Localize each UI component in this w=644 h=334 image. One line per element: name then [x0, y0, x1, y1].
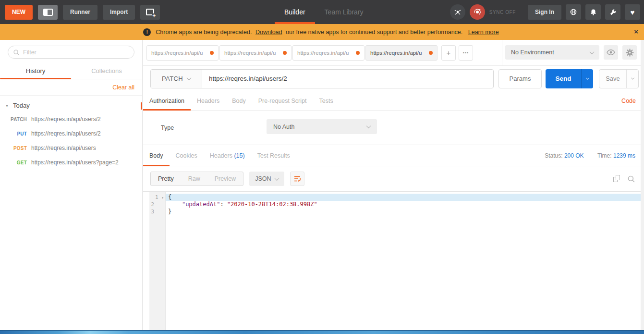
send-button-group: Send — [546, 69, 593, 88]
response-headers-label: Headers — [210, 152, 232, 159]
response-tabs: Body Cookies Headers (15) Test Results S… — [143, 145, 644, 166]
sync-off-label: SYNC OFF — [489, 10, 516, 15]
line-number[interactable]: 1 ▾ — [149, 194, 165, 201]
learn-more-link[interactable]: Learn more — [468, 29, 499, 36]
clear-all-row: Clear all — [0, 79, 142, 96]
main-scrollbar[interactable] — [641, 40, 644, 330]
send-options-button[interactable] — [581, 69, 593, 88]
request-tab-active[interactable]: https://reqres.in/api/u — [365, 45, 437, 61]
send-button[interactable]: Send — [546, 69, 581, 88]
interceptor-button[interactable] — [450, 4, 465, 20]
method-select[interactable]: PATCH — [151, 70, 202, 88]
import-button[interactable]: Import — [103, 5, 135, 20]
tab-collections[interactable]: Collections — [71, 65, 142, 79]
banner-text-before: Chrome apps are being deprecated. — [156, 29, 252, 36]
notifications-button[interactable] — [585, 4, 601, 20]
params-button[interactable]: Params — [498, 69, 542, 88]
tab-response-headers[interactable]: Headers (15) — [204, 145, 251, 166]
view-raw[interactable]: Raw — [181, 172, 207, 186]
format-select[interactable]: JSON — [249, 172, 284, 186]
environment-select[interactable]: No Environment — [505, 45, 599, 60]
auth-type-select[interactable]: No Auth — [267, 119, 377, 134]
save-button[interactable]: Save — [599, 70, 626, 88]
view-mode-segmented-control: Pretty Raw Preview — [150, 172, 243, 186]
header-right-actions: SYNC OFF Sign In — [450, 0, 640, 24]
search-response-icon[interactable] — [627, 175, 635, 183]
environment-settings-button[interactable] — [622, 45, 637, 60]
banner-close-icon[interactable]: × — [634, 28, 638, 35]
response-status-cluster: Status: 200 OK Time: 1239 ms — [545, 145, 635, 166]
request-tab-label: https://reqres.in/api/u — [297, 50, 349, 56]
tab-body[interactable]: Body — [226, 91, 252, 110]
tab-pre-request-script[interactable]: Pre-request Script — [252, 91, 313, 110]
unsaved-dot-icon — [210, 51, 214, 55]
sync-button[interactable] — [470, 4, 485, 20]
history-item[interactable]: PUT https://reqres.in/api/users/2 — [0, 126, 142, 141]
json-value: "2020-10-28T14:02:38.998Z" — [227, 201, 317, 208]
more-tabs-button[interactable]: ••• — [459, 45, 473, 61]
new-button[interactable]: NEW — [5, 5, 33, 20]
view-preview[interactable]: Preview — [207, 172, 243, 186]
fold-caret-icon[interactable]: ▾ — [161, 196, 164, 200]
auth-type-value: No Auth — [273, 124, 367, 130]
sidebar-toggle-icon — [43, 9, 53, 16]
line-number-text: 1 — [155, 194, 158, 200]
tab-test-results[interactable]: Test Results — [251, 145, 296, 166]
status-value: 200 OK — [564, 152, 584, 159]
sidebar: History Collections Clear all ▾ Today PA… — [0, 40, 143, 330]
history-item[interactable]: POST https://reqres.in/api/users — [0, 141, 142, 155]
method-value: PATCH — [162, 75, 183, 82]
history-group-label: Today — [13, 102, 30, 109]
tab-response-body[interactable]: Body — [143, 145, 170, 166]
runner-button[interactable]: Runner — [63, 5, 97, 20]
request-tab[interactable]: https://reqres.in/api/u — [292, 45, 365, 61]
request-tab-label: https://reqres.in/api/u — [370, 50, 422, 56]
response-body-editor[interactable]: 1 ▾ 2 3 { "updatedAt": "2020-10-28T14:02… — [143, 191, 641, 330]
request-tab[interactable]: https://reqres.in/api/u — [146, 45, 219, 61]
line-number-gutter: 1 ▾ 2 3 — [149, 192, 166, 330]
tab-tests[interactable]: Tests — [313, 91, 339, 110]
new-window-button[interactable] — [140, 5, 160, 20]
new-window-icon — [146, 9, 154, 15]
tab-builder[interactable]: Builder — [275, 0, 315, 24]
code-line-1: { — [166, 194, 641, 201]
wrap-lines-button[interactable] — [290, 172, 304, 186]
settings-button[interactable] — [605, 4, 620, 20]
method-label: PUT — [0, 131, 27, 136]
tab-authorization[interactable]: Authorization — [143, 91, 191, 110]
request-tab[interactable]: https://reqres.in/api/u — [219, 45, 292, 61]
method-label: POST — [0, 146, 27, 151]
tab-cookies[interactable]: Cookies — [170, 145, 204, 166]
environment-preview-button[interactable] — [604, 45, 618, 60]
clear-all-link[interactable]: Clear all — [112, 84, 134, 91]
history-group-today[interactable]: ▾ Today — [0, 96, 142, 112]
tab-headers[interactable]: Headers — [191, 91, 226, 110]
tab-history[interactable]: History — [0, 65, 71, 79]
filter-input[interactable] — [23, 49, 129, 56]
unsaved-dot-icon — [283, 51, 287, 55]
code-area[interactable]: { "updatedAt": "2020-10-28T14:02:38.998Z… — [166, 192, 641, 330]
unsaved-dot-icon — [429, 51, 433, 55]
url-input[interactable]: https://reqres.in/api/users/2 — [202, 70, 493, 88]
history-item[interactable]: GET https://reqres.in/api/users?page=2 — [0, 155, 142, 170]
postman-app: NEW Runner Import Builder Team Library — [0, 0, 644, 334]
search-icon — [13, 49, 20, 56]
add-tab-button[interactable]: + — [441, 45, 456, 61]
tab-team-library[interactable]: Team Library — [315, 0, 373, 24]
globe-button[interactable] — [566, 4, 581, 20]
copy-icon[interactable] — [613, 175, 621, 183]
history-item[interactable]: PATCH https://reqres.in/api/users/2 — [0, 112, 142, 126]
download-link[interactable]: Download — [255, 29, 282, 36]
code-link[interactable]: Code — [621, 91, 636, 111]
sidebar-toggle-button[interactable] — [38, 5, 58, 20]
interceptor-icon — [454, 8, 462, 16]
view-pretty[interactable]: Pretty — [151, 172, 181, 186]
favorites-button[interactable]: ♥ — [625, 4, 640, 20]
request-config-tabs: Authorization Headers Body Pre-request S… — [143, 91, 644, 111]
history-url: https://reqres.in/api/users?page=2 — [31, 159, 119, 166]
alert-icon: ! — [143, 28, 151, 36]
sign-in-button[interactable]: Sign In — [528, 5, 561, 20]
history-url: https://reqres.in/api/users/2 — [31, 130, 101, 137]
code-line-3: } — [166, 208, 641, 215]
save-options-button[interactable] — [626, 70, 638, 88]
